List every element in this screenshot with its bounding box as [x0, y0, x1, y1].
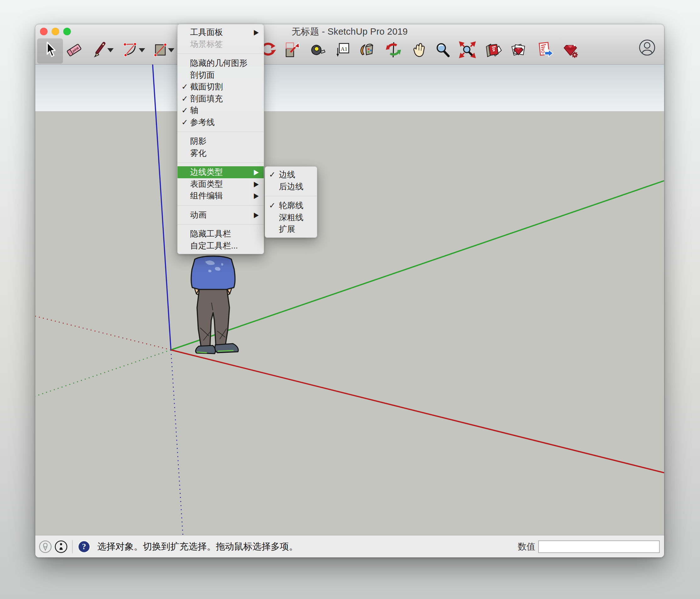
zoom-tool-icon[interactable] [434, 41, 451, 58]
geolocation-icon[interactable] [39, 540, 52, 553]
line-tool-dropdown-caret-icon[interactable] [107, 48, 114, 52]
menu-item-animation[interactable]: 动画 ▶ [177, 209, 264, 221]
menu-item-hide-toolbar[interactable]: 隐藏工具栏 [177, 228, 264, 240]
submenu-item-extension[interactable]: 扩展 [265, 223, 317, 235]
menu-separator [177, 53, 264, 54]
rectangle-tool-icon[interactable] [152, 41, 170, 58]
menu-item-section-cuts[interactable]: ✓ 截面切割 [177, 81, 264, 93]
help-icon[interactable]: ? [77, 540, 91, 554]
line-tool-icon[interactable] [91, 41, 109, 58]
check-icon: ✓ [179, 104, 190, 117]
submenu-arrow-icon: ▶ [254, 165, 259, 179]
menu-item-customize-toolbar[interactable]: 自定工具栏... [177, 240, 264, 252]
submenu-arrow-icon: ▶ [254, 25, 259, 39]
rectangle-tool-dropdown-caret-icon[interactable] [168, 48, 174, 52]
menu-item-axes[interactable]: ✓ 轴 [177, 104, 264, 117]
menu-separator [177, 224, 264, 224]
measurement-label: 数值 [518, 541, 535, 553]
zoom-extents-tool-icon[interactable] [458, 41, 476, 58]
menu-item-hidden-geometry[interactable]: 隐藏的几何图形 [177, 57, 264, 69]
paint-bucket-tool-icon[interactable] [358, 41, 376, 58]
submenu-item-depth-cue[interactable]: 深粗线 [265, 212, 317, 223]
menu-item-face-style[interactable]: 表面类型 ▶ [177, 178, 264, 190]
text-tool-icon[interactable]: A1 [334, 41, 352, 58]
edge-style-submenu: ✓ 边线 后边线 ✓ 轮廓线 深粗线 扩展 [265, 166, 317, 238]
menu-item-scene-tabs: 场景标签 [177, 39, 264, 50]
check-icon: ✓ [267, 200, 278, 212]
menu-separator [177, 131, 264, 132]
window-chrome: 无标题 - SketchUp Pro 2019 pink [35, 24, 664, 65]
model-viewport[interactable] [35, 65, 664, 535]
submenu-arrow-icon: ▶ [254, 208, 259, 222]
styles-ruby-tool-icon[interactable] [509, 41, 527, 58]
menu-separator [177, 205, 264, 206]
measurement-input[interactable] [538, 541, 660, 553]
window-title: 无标题 - SketchUp Pro 2019 [35, 24, 664, 38]
orbit-tool-icon[interactable] [384, 41, 402, 58]
select-tool-icon[interactable] [41, 41, 58, 58]
arc-tool-dropdown-caret-icon[interactable] [139, 48, 145, 52]
menu-item-tool-palettes[interactable]: 工具面板 ▶ [177, 26, 264, 39]
status-hint: 选择对象。切换到扩充选择。拖动鼠标选择多项。 [97, 541, 298, 553]
submenu-item-edges[interactable]: ✓ 边线 [265, 169, 317, 181]
svg-text:?: ? [82, 542, 86, 551]
menu-item-edge-style[interactable]: 边线类型 ▶ [177, 166, 264, 178]
submenu-item-back-edges[interactable]: 后边线 [265, 181, 317, 193]
extension-warehouse-tool-icon[interactable] [562, 41, 579, 58]
tape-measure-tool-icon[interactable] [308, 41, 326, 58]
check-icon: ✓ [179, 81, 190, 93]
menu-separator [177, 163, 264, 163]
view-context-menu: 工具面板 ▶ 场景标签 隐藏的几何图形 剖切面 ✓ 截面切割 ✓ 剖面填充 ✓ … [177, 24, 264, 254]
svg-text:A1: A1 [341, 46, 348, 52]
submenu-arrow-icon: ▶ [254, 189, 259, 202]
menu-item-component-edit[interactable]: 组件编辑 ▶ [177, 190, 264, 202]
model-info-icon[interactable] [54, 540, 68, 553]
menu-item-section-fill[interactable]: ✓ 剖面填充 [177, 93, 264, 105]
layout-document-tool-icon[interactable] [484, 41, 502, 58]
push-pull-tool-icon[interactable] [283, 41, 301, 58]
menu-item-shadows[interactable]: 阴影 [177, 136, 264, 147]
check-icon: ✓ [179, 93, 190, 105]
pan-tool-icon[interactable] [410, 41, 428, 58]
menu-item-section-planes[interactable]: 剖切面 [177, 69, 264, 81]
titlebar[interactable]: 无标题 - SketchUp Pro 2019 [35, 24, 664, 38]
check-icon: ✓ [267, 169, 278, 181]
menu-separator [265, 196, 317, 196]
menu-item-fog[interactable]: 雾化 [177, 147, 264, 159]
eraser-tool-icon[interactable]: pink [66, 41, 83, 58]
menu-item-guides[interactable]: ✓ 参考线 [177, 117, 264, 128]
desktop: 无标题 - SketchUp Pro 2019 pink [0, 0, 700, 599]
export-document-tool-icon[interactable] [536, 41, 554, 58]
viewport-canvas [35, 65, 664, 535]
ground [35, 111, 664, 535]
sky [35, 65, 664, 111]
submenu-item-profiles[interactable]: ✓ 轮廓线 [265, 200, 317, 212]
account-icon[interactable] [638, 39, 656, 56]
status-bar: ? 选择对象。切换到扩充选择。拖动鼠标选择多项。 数值 [35, 535, 664, 557]
arc-tool-icon[interactable] [122, 41, 140, 58]
status-separator [72, 540, 73, 553]
check-icon: ✓ [179, 117, 190, 128]
sketchup-window: 无标题 - SketchUp Pro 2019 pink [35, 24, 664, 557]
